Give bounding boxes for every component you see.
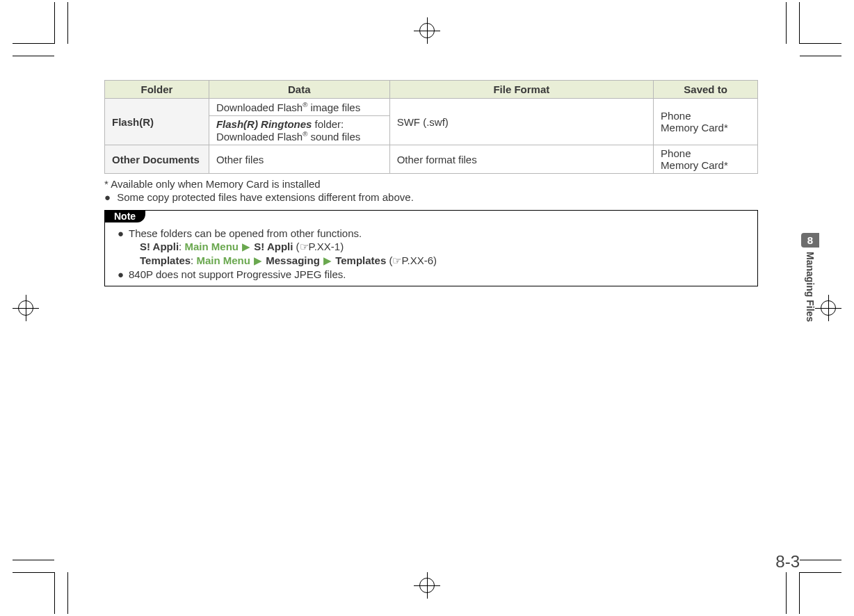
flash-format: SWF (.swf) — [389, 99, 653, 145]
flash-data2: Flash(R) Ringtones folder: Downloaded Fl… — [209, 116, 389, 145]
page-content: Folder Data File Format Saved to Flash(R… — [104, 80, 758, 286]
footnote-bullet: ● Some copy protected files have extensi… — [104, 191, 758, 203]
footnote-asterisk: * Available only when Memory Card is ins… — [104, 178, 758, 190]
col-format: File Format — [389, 81, 653, 99]
page-number: 8-3 — [775, 552, 800, 572]
note-item: ●840P does not support Progressive JPEG … — [118, 268, 746, 280]
note-label: Note — [104, 210, 145, 222]
flash-saved: Phone Memory Card* — [654, 99, 758, 145]
folder-table: Folder Data File Format Saved to Flash(R… — [104, 80, 758, 174]
chapter-number: 8 — [801, 233, 819, 248]
note-box: Note ●These folders can be opened from o… — [104, 210, 758, 286]
chapter-title: Managing Files — [805, 252, 816, 322]
col-saved: Saved to — [654, 81, 758, 99]
table-row: Flash(R) Downloaded Flash® image files S… — [105, 99, 758, 116]
table-row: Other Documents Other files Other format… — [105, 145, 758, 174]
flash-data1: Downloaded Flash® image files — [209, 99, 389, 116]
col-folder: Folder — [105, 81, 209, 99]
flash-folder-cell: Flash(R) — [105, 99, 209, 145]
otherdoc-format: Other format files — [389, 145, 653, 174]
otherdoc-folder-cell: Other Documents — [105, 145, 209, 174]
otherdoc-data: Other files — [209, 145, 389, 174]
note-item: ●These folders can be opened from other … — [118, 227, 746, 239]
note-path-templates: Templates: Main Menu ▶ Messaging ▶ Templ… — [118, 254, 746, 267]
table-header-row: Folder Data File Format Saved to — [105, 81, 758, 99]
col-data: Data — [209, 81, 389, 99]
note-path-sappli: S! Appli: Main Menu ▶ S! Appli (☞P.XX-1) — [118, 241, 746, 253]
footnotes: * Available only when Memory Card is ins… — [104, 178, 758, 203]
chapter-tab: 8 Managing Files — [801, 233, 819, 324]
otherdoc-saved: Phone Memory Card* — [654, 145, 758, 174]
